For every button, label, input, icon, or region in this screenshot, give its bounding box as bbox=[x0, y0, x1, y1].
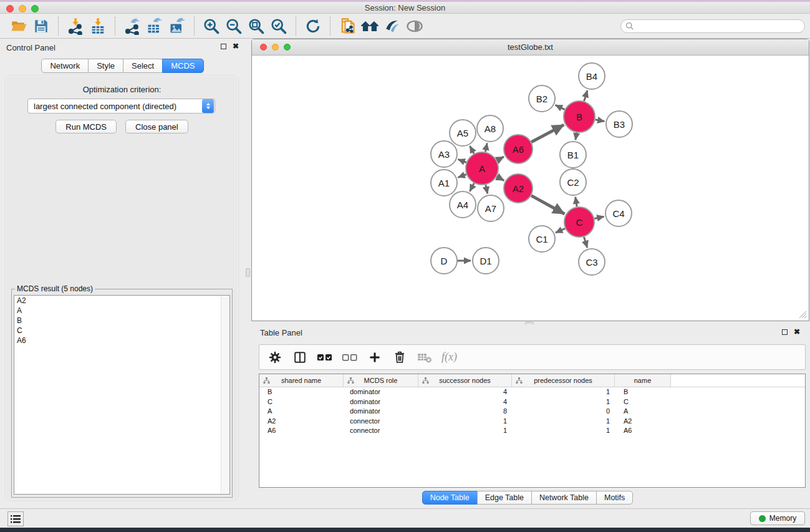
table-row[interactable]: Cdominator41C bbox=[259, 397, 805, 407]
memory-status-icon bbox=[759, 515, 766, 522]
graph-edge[interactable] bbox=[486, 185, 488, 193]
zoom-in-icon bbox=[203, 17, 220, 35]
tab-network[interactable]: Network bbox=[41, 59, 89, 73]
column-header-mcds-role[interactable]: MCDS role bbox=[344, 374, 418, 387]
graph-edge[interactable] bbox=[556, 228, 565, 233]
zoom-in-button[interactable] bbox=[200, 17, 223, 36]
eye-icon bbox=[405, 18, 424, 34]
list-item[interactable]: C bbox=[14, 326, 229, 336]
list-item[interactable]: A6 bbox=[14, 336, 229, 346]
tab-mcds[interactable]: MCDS bbox=[162, 59, 203, 73]
show-task-history-button[interactable] bbox=[7, 511, 24, 526]
table-cell: 1 bbox=[512, 426, 615, 436]
delete-columns-button[interactable] bbox=[392, 349, 408, 365]
graph-edge[interactable] bbox=[556, 105, 565, 109]
graph-node-label: A4 bbox=[457, 200, 468, 210]
export-image-button[interactable] bbox=[166, 17, 188, 36]
column-header-predecessor-nodes[interactable]: predecessor nodes bbox=[512, 374, 615, 387]
table-cell: 4 bbox=[418, 397, 512, 407]
search-input[interactable] bbox=[637, 22, 793, 31]
open-session-button[interactable] bbox=[7, 17, 30, 36]
graph-edge[interactable] bbox=[584, 237, 587, 248]
mcds-result-list[interactable]: A2ABCA6 bbox=[14, 295, 230, 495]
tab-node-table[interactable]: Node Table bbox=[422, 491, 478, 505]
graph-edge[interactable] bbox=[584, 90, 587, 101]
cybrowser-button[interactable] bbox=[359, 17, 381, 36]
table-row[interactable]: A6connector11A6 bbox=[259, 426, 805, 436]
criterion-dropdown[interactable]: largest connected component (directed) bbox=[27, 99, 215, 114]
graph-edge[interactable] bbox=[576, 133, 577, 140]
float-panel-icon[interactable] bbox=[221, 44, 226, 49]
wing-icon bbox=[383, 18, 401, 34]
graph-edge[interactable] bbox=[595, 120, 605, 122]
close-panel-button[interactable]: Close panel bbox=[125, 120, 188, 133]
table-panel-title: Table Panel bbox=[260, 328, 302, 337]
network-canvas[interactable]: ABCA2A6A1A3A4A5A7A8B1B2B3B4C1C2C3C4DD1 bbox=[253, 56, 808, 320]
toolbar-separator bbox=[115, 17, 115, 36]
table-cell: A bbox=[615, 407, 671, 417]
export-network-button[interactable] bbox=[121, 17, 143, 36]
column-header-shared-name[interactable]: shared name bbox=[259, 374, 344, 387]
refresh-button[interactable] bbox=[302, 17, 324, 36]
graph-edge[interactable] bbox=[470, 146, 474, 153]
vizmapper-wing-button[interactable] bbox=[381, 17, 403, 36]
tab-select[interactable]: Select bbox=[123, 59, 163, 73]
show-graphics-details-button[interactable] bbox=[403, 17, 426, 36]
graph-edge[interactable] bbox=[458, 159, 466, 162]
create-column-button[interactable] bbox=[367, 349, 383, 365]
graph-edge[interactable] bbox=[497, 157, 504, 160]
close-panel-icon[interactable]: ✖ bbox=[233, 43, 239, 49]
memory-button[interactable]: Memory bbox=[750, 511, 805, 525]
unselect-all-columns-button[interactable] bbox=[342, 349, 358, 365]
network-graph[interactable]: ABCA2A6A1A3A4A5A7A8B1B2B3B4C1C2C3C4DD1 bbox=[253, 56, 809, 321]
select-all-columns-button[interactable] bbox=[317, 349, 333, 365]
table-cell: B bbox=[259, 387, 344, 397]
table-row[interactable]: Bdominator41B bbox=[259, 387, 805, 397]
run-mcds-button[interactable]: Run MCDS bbox=[55, 120, 117, 133]
search-icon bbox=[625, 22, 634, 31]
list-item[interactable]: A bbox=[14, 306, 229, 316]
save-session-button[interactable] bbox=[30, 17, 52, 36]
double-house-icon bbox=[360, 18, 379, 34]
graph-edge[interactable] bbox=[576, 197, 577, 207]
tab-network-table[interactable]: Network Table bbox=[531, 491, 597, 505]
tab-style[interactable]: Style bbox=[88, 59, 123, 73]
table-settings-button[interactable] bbox=[267, 349, 283, 365]
list-item[interactable]: A2 bbox=[14, 296, 229, 306]
graph-edge[interactable] bbox=[497, 177, 504, 180]
zoom-out-button[interactable] bbox=[223, 17, 245, 36]
tab-edge-table[interactable]: Edge Table bbox=[477, 491, 532, 505]
graph-edge[interactable] bbox=[531, 125, 564, 142]
import-network-button[interactable] bbox=[64, 17, 87, 36]
network-window-titlebar[interactable]: testGlobe.txt bbox=[252, 39, 809, 56]
table-body: Bdominator41BCdominator41CAdominator80AA… bbox=[259, 387, 805, 436]
clone-network-button[interactable] bbox=[336, 17, 359, 36]
column-header-name[interactable]: name bbox=[615, 374, 671, 387]
scrollbar-track[interactable] bbox=[221, 296, 229, 494]
graph-node-label: B bbox=[576, 112, 582, 122]
close-panel-icon[interactable]: ✖ bbox=[794, 329, 800, 335]
mcds-result-group: MCDS result (5 nodes) A2ABCA6 bbox=[11, 284, 233, 498]
table-cell: 4 bbox=[418, 387, 512, 397]
graph-edge[interactable] bbox=[594, 216, 604, 218]
graph-edge[interactable] bbox=[470, 183, 474, 191]
zoom-selected-button[interactable] bbox=[268, 17, 290, 36]
table-cell: connector bbox=[344, 426, 418, 436]
show-columns-button[interactable] bbox=[292, 349, 308, 365]
export-table-button[interactable] bbox=[143, 17, 166, 36]
column-header-successor-nodes[interactable]: successor nodes bbox=[418, 374, 512, 387]
graph-edge[interactable] bbox=[458, 175, 466, 178]
table-row[interactable]: A2connector11A2 bbox=[259, 417, 805, 427]
import-table-button[interactable] bbox=[87, 17, 109, 36]
table-row[interactable]: Adominator80A bbox=[259, 407, 805, 417]
tab-motifs[interactable]: Motifs bbox=[596, 491, 633, 505]
float-panel-icon[interactable] bbox=[782, 329, 788, 335]
zoom-fit-button[interactable] bbox=[245, 17, 268, 36]
graph-node-label: B2 bbox=[536, 94, 547, 104]
graph-edge[interactable] bbox=[531, 196, 564, 214]
graph-node-label: B4 bbox=[586, 71, 597, 82]
list-item[interactable]: B bbox=[14, 316, 229, 326]
splitter-grip[interactable] bbox=[246, 268, 250, 277]
graph-edge[interactable] bbox=[485, 143, 487, 152]
resize-grip-icon[interactable] bbox=[798, 310, 807, 319]
